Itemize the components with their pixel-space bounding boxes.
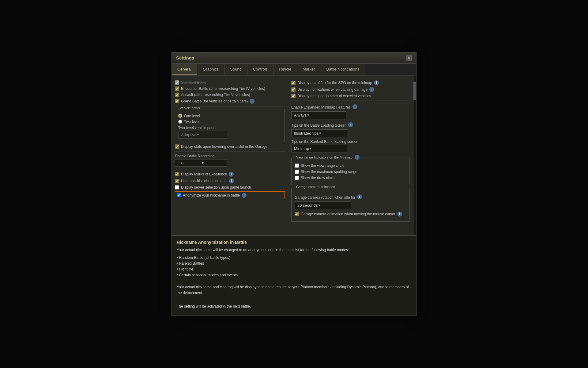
anonymize-nickname-checkbox[interactable] [177, 193, 181, 197]
garage-rotation-dropdown[interactable]: 30 seconds ▼ [295, 201, 351, 209]
anonymize-nickname-info-icon[interactable]: i [242, 193, 247, 198]
separator-right-1 [291, 101, 409, 101]
garage-rotation-row: Garage camera rotation when idle for i [295, 194, 406, 201]
assault-checkbox[interactable] [175, 93, 179, 97]
assault-row: Assault (after researching Tier VI vehic… [175, 93, 285, 97]
encounter-battle-checkbox[interactable] [175, 86, 179, 91]
notifications-damage-checkbox[interactable] [291, 87, 296, 92]
grand-battle-row: Grand Battle (for vehicles of certain ti… [175, 99, 285, 104]
tips-ranked-label: Tips on the Ranked Battle loading screen [291, 140, 409, 144]
expanded-minimap-dropdown[interactable]: Always ▼ [291, 111, 346, 119]
garage-camera-group-label: Garage camera animation [295, 185, 337, 189]
tips-ranked-dropdown[interactable]: Minimap ▼ [291, 145, 348, 152]
vehicle-panel-group: Vehicle panel One-level Two-level Two-le… [175, 109, 285, 142]
right-panel: Display arc of fire for the SPG on the m… [288, 75, 416, 235]
spg-arc-checkbox[interactable] [291, 81, 296, 85]
tab-marker[interactable]: Marker [297, 64, 321, 75]
tooltip-description: Your actual nickname will be changed to … [177, 247, 411, 253]
max-spotting-checkbox[interactable] [295, 170, 299, 174]
right-scrollbar[interactable] [413, 75, 416, 235]
tooltip-bullets: • Random Battle (all battle types) • Ran… [177, 255, 411, 278]
tips-loading-dropdown[interactable]: Illustrated tips ▼ [291, 129, 348, 137]
one-level-label: One-level [184, 114, 200, 118]
encounter-battle-label: Encounter Battle (after researching Tier… [181, 86, 265, 91]
tab-graphics[interactable]: Graphics [197, 64, 224, 75]
expanded-minimap-row: Enable Expanded Minimap Features i [291, 103, 409, 110]
adaptive-dropdown-arrow: ▼ [197, 133, 200, 136]
view-range-info-icon[interactable]: i [355, 155, 360, 160]
hide-non-historical-checkbox[interactable] [175, 179, 179, 183]
two-level-label: Two-level [184, 120, 200, 124]
display-marks-label: Display Marks of Excellence [181, 172, 227, 176]
bullet-1: • Random Battle (all battle types) [177, 255, 411, 261]
two-level-radio[interactable] [178, 120, 182, 124]
speedometer-label: Display the speedometer of wheeled vehic… [297, 94, 371, 98]
notifications-damage-info-icon[interactable]: i [369, 87, 374, 92]
separator-2 [175, 151, 285, 151]
tips-loading-info-icon[interactable]: i [348, 122, 353, 127]
expanded-minimap-arrow: ▼ [307, 113, 310, 117]
bullet-2: • Ranked Battles [177, 261, 411, 266]
grand-battle-label: Grand Battle (for vehicles of certain ti… [181, 99, 248, 103]
draw-circle-checkbox[interactable] [295, 176, 299, 180]
tab-controls[interactable]: Controls [247, 64, 273, 75]
display-marks-checkbox[interactable] [175, 172, 179, 176]
standard-battle-checkbox[interactable] [175, 80, 179, 85]
adaptive-dropdown[interactable]: Adaptive ▼ [178, 131, 227, 139]
modal-overlay: Settings ✕ General Graphics Sound Contro… [0, 0, 588, 368]
speedometer-checkbox[interactable] [291, 94, 296, 98]
max-spotting-row: Show the maximum spotting range [295, 170, 406, 174]
spg-arc-row: Display arc of fire for the SPG on the m… [291, 80, 409, 85]
garage-rotation-info-icon[interactable]: i [357, 194, 362, 199]
grand-battle-checkbox[interactable] [175, 99, 179, 103]
separator-3 [175, 169, 285, 169]
display-stats-label: Display stats upon hovering over a slot … [181, 144, 267, 149]
display-marks-info-icon[interactable]: i [229, 172, 234, 177]
speedometer-row: Display the speedometer of wheeled vehic… [291, 94, 409, 98]
close-button[interactable]: ✕ [406, 55, 412, 61]
window-title: Settings [176, 55, 194, 60]
expanded-minimap-label: Enable Expanded Minimap Features [291, 105, 351, 109]
spg-arc-label: Display arc of fire for the SPG on the m… [297, 81, 372, 85]
draw-circle-row: Show the draw circle [295, 176, 406, 180]
tab-bar: General Graphics Sound Controls Reticle … [172, 64, 416, 75]
title-bar: Settings ✕ [172, 52, 416, 64]
tooltip-text: Your actual nickname will be changed to … [177, 247, 411, 310]
garage-animation-row: Garage camera animation when moving the … [295, 212, 406, 217]
tab-reticle[interactable]: Reticle [273, 64, 297, 75]
tab-sound[interactable]: Sound [224, 64, 247, 75]
display-server-row: Display server selection upon game launc… [175, 185, 285, 190]
spg-arc-info-icon[interactable]: i [374, 80, 379, 85]
right-scrollbar-thumb[interactable] [413, 82, 416, 100]
grand-battle-info-icon[interactable]: i [250, 99, 254, 104]
notifications-damage-row: Display notifications when causing damag… [291, 87, 409, 92]
standard-battle-row: Standard Battle [175, 80, 285, 85]
hide-non-historical-info-icon[interactable]: i [229, 178, 234, 183]
display-stats-row: Display stats upon hovering over a slot … [175, 144, 285, 149]
tooltip-box: Nickname Anonymization in Battle Your ac… [172, 235, 416, 316]
one-level-radio[interactable] [178, 114, 182, 118]
anonymize-nickname-row: Anonymize your nickname in battle i [175, 191, 285, 199]
tooltip-extra: Your actual nickname and clan tag will b… [177, 284, 411, 296]
tips-loading-label: Tips on the Battle Loading Screen [291, 123, 346, 128]
display-server-checkbox[interactable] [175, 185, 179, 190]
view-range-circle-label: Show the view range circle [301, 163, 345, 168]
view-range-circle-checkbox[interactable] [295, 163, 299, 168]
battle-recording-dropdown[interactable]: Last ▼ [175, 159, 227, 167]
battle-recording-dropdown-arrow: ▼ [201, 161, 224, 165]
view-range-group-label: View range Indicators on the Minimap i [295, 155, 361, 160]
garage-animation-checkbox[interactable] [295, 212, 299, 216]
garage-animation-info-icon[interactable]: i [397, 212, 402, 217]
encounter-battle-row: Encounter Battle (after researching Tier… [175, 86, 285, 91]
tab-battle-notifications[interactable]: Battle Notifications [321, 64, 365, 75]
bullet-3: • Frontline [177, 266, 411, 272]
garage-camera-group: Garage camera animation Garage camera ro… [291, 188, 409, 222]
tips-loading-arrow: ▼ [318, 132, 322, 135]
expanded-minimap-info-icon[interactable]: i [352, 104, 357, 109]
two-level-panel-label: Two-level vehicle panel [178, 126, 281, 130]
two-level-radio-row: Two-level [178, 120, 281, 124]
hide-non-historical-label: Hide non-historical elements [181, 179, 227, 183]
tab-general[interactable]: General [172, 64, 197, 75]
display-marks-row: Display Marks of Excellence i [175, 172, 285, 177]
display-stats-checkbox[interactable] [175, 144, 179, 149]
